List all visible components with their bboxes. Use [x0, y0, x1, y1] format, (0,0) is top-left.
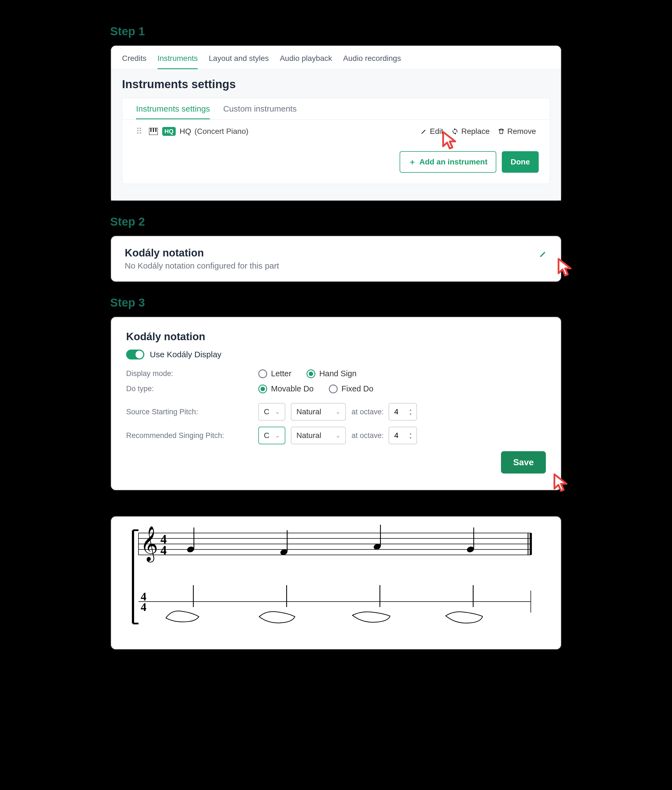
radio-movable-do[interactable]: Movable Do [258, 384, 314, 393]
edit-button[interactable]: Edit [421, 127, 443, 136]
tab-audio-recordings[interactable]: Audio recordings [343, 51, 401, 69]
drag-handle-icon[interactable]: ⠿ [136, 126, 142, 136]
at-octave-label: at octave: [351, 431, 384, 440]
step-2-label: Step 2 [110, 215, 562, 228]
hand-sign-icon [259, 611, 295, 623]
treble-clef-icon: 𝄞 [140, 526, 158, 563]
singing-pitch-label: Recommended Singing Pitch: [126, 431, 258, 440]
spinner-arrows-icon: ▴▾ [410, 431, 411, 440]
kodaly-subtitle: No Kodály notation configured for this p… [125, 261, 547, 270]
trash-icon [498, 128, 504, 135]
do-type-label: Do type: [126, 385, 258, 393]
singing-accidental-select[interactable]: Natural⌄ [291, 427, 346, 444]
pencil-icon [421, 128, 427, 135]
step2-panel: Kodály notation No Kodály notation confi… [110, 235, 562, 282]
source-octave-spinner[interactable]: 4 ▴▾ [389, 403, 417, 421]
svg-rect-3 [155, 128, 157, 132]
radio-icon [307, 369, 315, 378]
hand-sign-icon [166, 611, 199, 622]
radio-letter[interactable]: Letter [258, 369, 291, 378]
source-pitch-label: Source Starting Pitch: [126, 408, 258, 416]
use-kodaly-toggle[interactable] [126, 350, 144, 360]
instruments-card: Instruments settings Custom instruments … [122, 98, 550, 184]
hand-sign-icon [446, 612, 482, 623]
spinner-arrows-icon: ▴▾ [410, 408, 411, 416]
svg-text:4: 4 [160, 543, 167, 557]
chevron-down-icon: ⌄ [336, 408, 341, 416]
tab-audio-playback[interactable]: Audio playback [280, 51, 332, 69]
tab-layout[interactable]: Layout and styles [209, 51, 269, 69]
singing-note-select[interactable]: C⌄ [258, 427, 285, 444]
chevron-down-icon: ⌄ [275, 408, 280, 416]
edit-kodaly-button[interactable] [539, 250, 547, 259]
replace-button[interactable]: Replace [451, 127, 490, 136]
radio-hand-sign[interactable]: Hand Sign [307, 369, 356, 378]
radio-icon [329, 385, 338, 393]
top-tabs: Credits Instruments Layout and styles Au… [111, 46, 561, 69]
pencil-icon [539, 250, 547, 258]
singing-octave-spinner[interactable]: 4 ▴▾ [389, 427, 417, 444]
tab-credits[interactable]: Credits [122, 51, 147, 69]
display-mode-label: Display mode: [126, 369, 258, 378]
chevron-down-icon: ⌄ [336, 432, 341, 439]
instrument-name: (Concert Piano) [194, 127, 248, 136]
step-1-label: Step 1 [110, 25, 562, 38]
chevron-down-icon: ⌄ [275, 432, 280, 439]
step3-panel: Kodály notation Use Kodály Display Displ… [110, 316, 562, 491]
radio-fixed-do[interactable]: Fixed Do [329, 384, 373, 393]
svg-rect-2 [153, 128, 154, 132]
step1-panel: Credits Instruments Layout and styles Au… [110, 45, 562, 201]
settings-title: Instruments settings [122, 78, 550, 91]
score-preview-panel: 𝄞 4 4 4 4 [110, 516, 562, 650]
at-octave-label: at octave: [351, 408, 384, 416]
hq-text: HQ [179, 127, 191, 136]
piano-icon [149, 128, 158, 135]
toggle-label: Use Kodály Display [150, 350, 221, 359]
cursor-overlay-icon [554, 257, 576, 279]
done-button[interactable]: Done [502, 151, 539, 173]
svg-text:4: 4 [141, 601, 147, 613]
radio-icon [258, 385, 267, 393]
save-button[interactable]: Save [501, 451, 546, 473]
radio-icon [258, 369, 267, 378]
inner-tab-custom[interactable]: Custom instruments [223, 104, 297, 119]
tab-instruments[interactable]: Instruments [158, 51, 198, 69]
instrument-row: ⠿ HQ HQ (Concert Piano) Edit [122, 120, 550, 143]
inner-tab-settings[interactable]: Instruments settings [136, 104, 210, 119]
svg-rect-1 [150, 128, 152, 132]
add-instrument-button[interactable]: ＋ Add an instrument [400, 151, 496, 173]
source-note-select[interactable]: C⌄ [258, 403, 285, 421]
source-accidental-select[interactable]: Natural⌄ [291, 403, 346, 421]
hand-sign-icon [352, 612, 390, 622]
music-score: 𝄞 4 4 4 4 [125, 525, 547, 634]
replace-icon [451, 128, 459, 135]
step3-title: Kodály notation [126, 331, 546, 343]
plus-icon: ＋ [408, 157, 416, 167]
kodaly-title: Kodály notation [125, 247, 547, 259]
hq-badge: HQ [162, 127, 176, 136]
remove-button[interactable]: Remove [498, 127, 536, 136]
step-3-label: Step 3 [110, 296, 562, 309]
